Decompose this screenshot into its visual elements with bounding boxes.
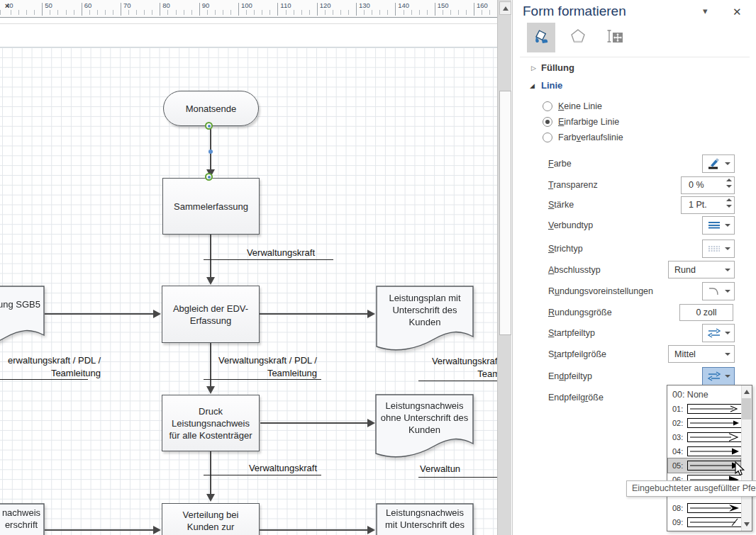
section-line[interactable]: Linie <box>541 80 562 91</box>
connector-monatsende-sammel[interactable] <box>210 126 211 170</box>
connector-druck-nachweis-ohne[interactable] <box>260 422 368 424</box>
dropdown-item-08[interactable]: 08: <box>668 501 740 515</box>
label-underline <box>204 379 321 380</box>
radio-keine-linie[interactable] <box>543 101 552 111</box>
shape-nachweis-links-document[interactable]: nachweis erschrift <box>0 503 45 535</box>
begin-arrow-size-combo[interactable]: Mittel <box>668 345 735 363</box>
transparency-spinner[interactable]: 0 % <box>681 176 735 194</box>
cap-type-combo[interactable]: Rund <box>668 261 735 278</box>
ruler-label: 60 <box>84 1 92 9</box>
dropdown-item-01[interactable]: 01: <box>668 402 740 416</box>
radio-einfarbige-linie[interactable] <box>543 117 552 127</box>
panel-divider <box>520 57 750 57</box>
panel-options-chevron-icon[interactable]: ▾ <box>703 6 708 16</box>
connector-druck-verteilung[interactable] <box>210 451 211 495</box>
label-underline <box>204 259 333 260</box>
spin-up-icon[interactable] <box>726 179 732 181</box>
dash-type-dropdown[interactable] <box>702 240 735 258</box>
shape-label: Leistungsnachweis mit Unterschrift des <box>379 507 471 531</box>
dropdown-item-label: 01: <box>672 405 683 413</box>
fill-collapse-triangle-icon[interactable]: ▷ <box>531 64 536 72</box>
shape-label: Verteilung bei Kunden zur <box>181 509 240 533</box>
shape-leistungsnachweis-ohne-document[interactable]: Leistungsnachweis ohne Unterschrift des … <box>375 394 474 465</box>
scrollbar-thumb[interactable] <box>499 91 511 335</box>
spin-down-icon[interactable] <box>726 205 732 208</box>
radio-farbverlaufslinie[interactable] <box>543 133 552 142</box>
arrowhead <box>153 310 161 318</box>
spin-up-icon[interactable] <box>726 198 732 201</box>
canvas-top-divider <box>0 23 497 24</box>
connector-label-right-cut-2: Verwaltun <box>420 463 497 475</box>
connector-sgb5-abgleich[interactable] <box>45 313 154 315</box>
tab-fill-line[interactable] <box>527 23 555 52</box>
paint-bucket-icon <box>532 28 550 47</box>
shape-sammelerfassung[interactable]: Sammelerfassung <box>162 178 260 235</box>
tab-size-properties[interactable] <box>601 23 629 52</box>
line-expand-triangle-icon[interactable]: ◢ <box>530 82 535 89</box>
compound-type-dropdown[interactable] <box>702 216 735 235</box>
connector-midpoint-handle[interactable] <box>209 150 213 154</box>
radio-label-keine-linie[interactable]: Keine Linie <box>558 101 602 111</box>
label-line: Team <box>397 368 497 381</box>
double-arrows-icon <box>703 327 725 339</box>
cap-type-value: Rund <box>674 265 696 275</box>
scrollbar-up-button[interactable] <box>499 1 511 15</box>
rounding-size-input[interactable]: 0 zoll <box>679 304 733 321</box>
shape-verteilung[interactable]: Verteilung bei Kunden zur <box>162 503 260 535</box>
connector-sammel-abgleich[interactable] <box>210 235 211 278</box>
arrowhead <box>367 310 375 318</box>
connector-verteilung-nachweis-mit[interactable] <box>260 529 368 531</box>
chevron-down-icon <box>725 332 730 334</box>
shape-druck[interactable]: Druck Leistungsnachweis für alle Kostent… <box>162 395 260 451</box>
dropdown-item-05[interactable]: 05: <box>668 458 740 473</box>
dropdown-scrollbar[interactable] <box>741 385 752 531</box>
vertical-scrollbar[interactable] <box>497 0 511 535</box>
field-label-verbundtyp: Verbundtyp <box>548 220 593 230</box>
dropdown-scrollbar-thumb[interactable] <box>742 398 751 419</box>
connector-label-verwaltungskraft: Verwaltungskraft <box>230 247 315 259</box>
scroll-up-icon[interactable] <box>744 390 750 394</box>
section-fill[interactable]: Füllung <box>541 62 574 73</box>
shape-sgb5-document[interactable]: ung SGB5 <box>0 286 45 356</box>
width-value[interactable]: 1 Pt. <box>689 200 707 210</box>
shape-label: Leistungsplan mit Unterschrift des Kunde… <box>380 292 469 328</box>
line-color-picker[interactable] <box>702 154 735 173</box>
field-label-staerke: Stärke <box>548 200 574 210</box>
connector-abgleich-leistungsplan[interactable] <box>260 313 368 315</box>
transparency-value[interactable]: 0 % <box>689 180 704 190</box>
panel-close-icon[interactable]: ✕ <box>733 6 742 18</box>
tab-effects[interactable] <box>564 23 592 52</box>
ruler-label: 140 <box>398 1 409 9</box>
connector-label-right-cut: Verwaltungskraft Team <box>397 355 497 381</box>
connector-endpoint-handle[interactable] <box>205 173 213 181</box>
shape-monatsende[interactable]: Monatsende <box>163 91 259 126</box>
dropdown-item-04[interactable]: 04: <box>668 444 740 458</box>
dropdown-item-02[interactable]: 02: <box>668 416 740 430</box>
scroll-down-icon[interactable] <box>744 522 750 526</box>
chevron-down-icon <box>725 247 730 250</box>
connector-endpoint-handle[interactable] <box>205 122 213 130</box>
shape-leistungsplan-document[interactable]: Leistungsplan mit Unterschrift des Kunde… <box>376 286 474 358</box>
shape-abgleich[interactable]: Abgleich der EDV-Erfassung <box>162 286 260 343</box>
shape-leistungsnachweis-mit-document[interactable]: Leistungsnachweis mit Unterschrift des <box>376 503 474 535</box>
dropdown-item-00[interactable]: 00: None <box>668 388 740 402</box>
width-spinner[interactable]: 1 Pt. <box>681 196 735 214</box>
ruler-label: 90 <box>202 1 210 9</box>
end-arrow-type-dropdown[interactable] <box>702 367 735 385</box>
ruler-label: 80 <box>162 1 170 9</box>
rounding-size-value[interactable]: 0 zoll <box>696 308 716 317</box>
connector-nachweis-verteilung[interactable] <box>45 529 154 531</box>
spin-down-icon[interactable] <box>726 185 732 188</box>
field-label-rundungsgroesse: Rundungsgröße <box>548 308 612 317</box>
dropdown-item-03[interactable]: 03: <box>668 430 740 444</box>
tooltip: Eingebuchteter ausgefüllter Pfeil <box>626 480 756 497</box>
drawing-canvas[interactable]: 405060708090100110120130140150160 ✕ Mona… <box>0 0 497 535</box>
begin-arrow-type-dropdown[interactable] <box>702 324 735 342</box>
radio-label-farbverlaufslinie[interactable]: Farbverlaufslinie <box>558 133 623 142</box>
rounding-preset-dropdown[interactable] <box>702 282 735 300</box>
radio-label-einfarbige-linie[interactable]: Einfarbige Linie <box>558 117 619 127</box>
label-underline <box>0 379 88 380</box>
arrowhead <box>367 419 375 427</box>
dropdown-item-09[interactable]: 09: <box>668 515 740 529</box>
compound-lines-icon <box>703 220 725 230</box>
